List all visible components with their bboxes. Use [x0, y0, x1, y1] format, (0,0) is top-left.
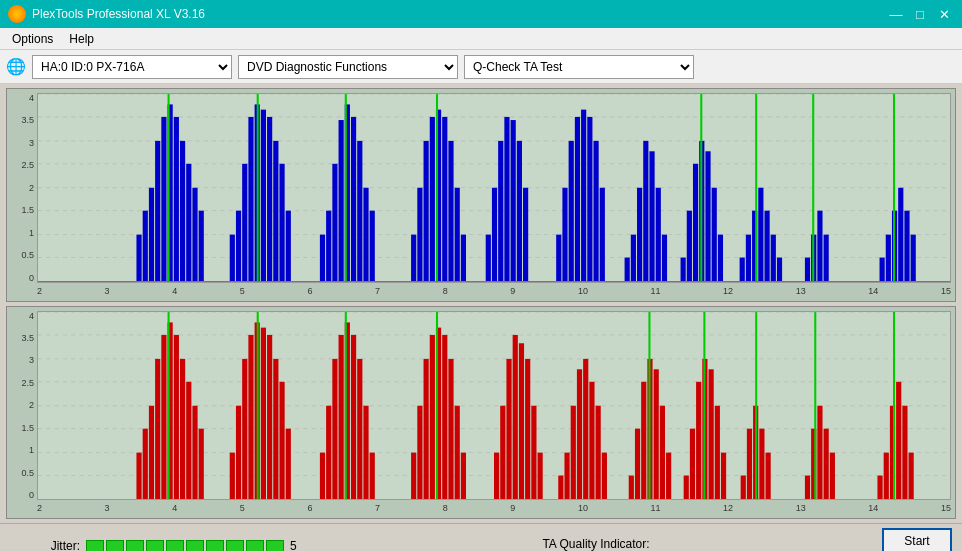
svg-rect-167	[583, 358, 588, 499]
jitter-row: Jitter: 5	[10, 539, 310, 552]
svg-rect-160	[525, 358, 530, 499]
jitter-seg-10	[266, 540, 284, 552]
svg-rect-29	[279, 164, 284, 282]
svg-rect-173	[641, 381, 646, 499]
function-select[interactable]: DVD Diagnostic Functions	[238, 55, 458, 79]
title-bar-controls: — □ ✕	[886, 4, 954, 24]
jitter-label: Jitter:	[10, 539, 80, 552]
metrics-left: Jitter: 5 Peak Shift:	[10, 539, 310, 552]
svg-rect-64	[587, 117, 592, 282]
svg-rect-118	[174, 334, 179, 499]
svg-rect-168	[589, 381, 594, 499]
svg-rect-82	[740, 258, 745, 282]
svg-rect-180	[690, 428, 695, 499]
top-chart-svg	[38, 94, 950, 282]
svg-rect-10	[143, 211, 148, 282]
minimize-button[interactable]: —	[886, 4, 906, 24]
svg-rect-67	[625, 258, 630, 282]
start-button[interactable]: Start	[882, 528, 952, 552]
svg-rect-191	[766, 452, 771, 499]
svg-rect-159	[519, 343, 524, 499]
svg-rect-204	[909, 452, 914, 499]
title-bar-left: PlexTools Professional XL V3.16	[8, 5, 205, 23]
svg-rect-170	[602, 452, 607, 499]
svg-rect-90	[805, 258, 810, 282]
svg-rect-74	[681, 258, 686, 282]
svg-rect-142	[363, 405, 368, 499]
test-select[interactable]: Q-Check TA Test	[464, 55, 694, 79]
svg-rect-92	[817, 211, 822, 282]
svg-rect-190	[759, 428, 764, 499]
svg-rect-184	[715, 405, 720, 499]
svg-rect-185	[721, 452, 726, 499]
menu-help[interactable]: Help	[61, 30, 102, 48]
svg-rect-183	[709, 369, 714, 499]
svg-rect-200	[884, 452, 889, 499]
svg-rect-100	[911, 235, 916, 282]
jitter-seg-8	[226, 540, 244, 552]
svg-rect-50	[461, 235, 466, 282]
svg-rect-163	[558, 475, 563, 499]
jitter-meter	[86, 540, 284, 552]
svg-rect-21	[230, 235, 235, 282]
svg-rect-85	[758, 188, 763, 282]
svg-rect-39	[363, 188, 368, 282]
svg-rect-83	[746, 235, 751, 282]
svg-rect-119	[180, 358, 185, 499]
svg-rect-197	[830, 452, 835, 499]
svg-rect-75	[687, 211, 692, 282]
svg-rect-125	[236, 405, 241, 499]
svg-rect-27	[267, 117, 272, 282]
svg-rect-161	[531, 405, 536, 499]
bottom-chart-y-axis: 4 3.5 3 2.5 2 1.5 1 0.5 0	[7, 311, 37, 501]
svg-rect-71	[649, 151, 654, 281]
svg-rect-120	[186, 381, 191, 499]
svg-rect-150	[442, 334, 447, 499]
jitter-seg-4	[146, 540, 164, 552]
svg-rect-152	[455, 405, 460, 499]
app-icon	[8, 5, 26, 23]
svg-rect-115	[155, 358, 160, 499]
svg-rect-130	[267, 334, 272, 499]
svg-rect-112	[136, 452, 141, 499]
top-chart-y-axis: 4 3.5 3 2.5 2 1.5 1 0.5 0	[7, 93, 37, 283]
svg-rect-80	[718, 235, 723, 282]
jitter-seg-2	[106, 540, 124, 552]
svg-rect-126	[242, 358, 247, 499]
svg-rect-203	[902, 405, 907, 499]
metrics-center: TA Quality Indicator: Very Good	[310, 537, 882, 552]
maximize-button[interactable]: □	[910, 4, 930, 24]
svg-rect-72	[656, 188, 661, 282]
svg-rect-146	[417, 405, 422, 499]
svg-rect-99	[904, 211, 909, 282]
svg-rect-172	[635, 428, 640, 499]
svg-rect-193	[805, 475, 810, 499]
menu-options[interactable]: Options	[4, 30, 61, 48]
bottom-panel: Jitter: 5 Peak Shift:	[0, 523, 962, 551]
svg-rect-73	[662, 235, 667, 282]
svg-rect-45	[430, 117, 435, 282]
svg-rect-195	[817, 405, 822, 499]
svg-rect-116	[161, 334, 166, 499]
title-bar: PlexTools Professional XL V3.16 — □ ✕	[0, 0, 962, 28]
svg-rect-140	[351, 334, 356, 499]
svg-rect-98	[898, 188, 903, 282]
svg-rect-132	[279, 381, 284, 499]
top-chart-panel: 4 3.5 3 2.5 2 1.5 1 0.5 0	[6, 88, 956, 302]
svg-rect-57	[517, 141, 522, 282]
main-content: 4 3.5 3 2.5 2 1.5 1 0.5 0	[0, 84, 962, 523]
svg-rect-24	[248, 117, 253, 282]
drive-select[interactable]: HA:0 ID:0 PX-716A	[32, 55, 232, 79]
svg-rect-16	[180, 141, 185, 282]
svg-rect-164	[564, 452, 569, 499]
svg-rect-33	[326, 211, 331, 282]
svg-rect-69	[637, 188, 642, 282]
svg-rect-48	[448, 141, 453, 282]
svg-rect-62	[575, 117, 580, 282]
svg-rect-35	[339, 120, 344, 281]
bottom-chart-svg	[38, 312, 950, 500]
close-button[interactable]: ✕	[934, 4, 954, 24]
svg-rect-162	[538, 452, 543, 499]
svg-rect-175	[654, 369, 659, 499]
svg-rect-63	[581, 110, 586, 282]
